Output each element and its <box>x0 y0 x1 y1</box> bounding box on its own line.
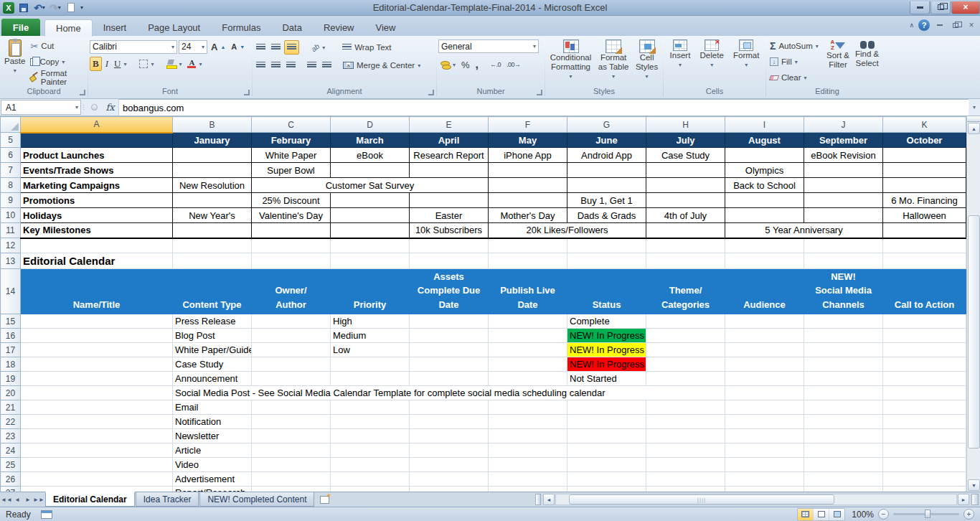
cell-C16[interactable] <box>252 329 331 343</box>
comma-style-button[interactable]: , <box>473 57 481 72</box>
horizontal-scrollbar-thumb[interactable]: |||| <box>569 494 834 504</box>
borders-button[interactable]: ▾ <box>137 57 156 71</box>
tab-data[interactable]: Data <box>271 19 312 36</box>
cell-G7[interactable] <box>567 163 646 178</box>
cell-K6[interactable] <box>883 148 966 163</box>
cell-E15[interactable] <box>410 314 489 329</box>
cell-I20[interactable] <box>725 386 804 400</box>
name-box-dropdown-arrow[interactable]: ▾ <box>75 104 78 111</box>
row-header-16[interactable]: 16 <box>1 329 21 343</box>
close-button[interactable]: × <box>951 1 980 14</box>
cell-D24[interactable] <box>331 443 410 458</box>
copy-button[interactable]: Copy▾ <box>28 55 86 69</box>
cell-J19[interactable] <box>804 372 883 386</box>
cell-D13[interactable] <box>331 253 410 269</box>
format-as-table-button[interactable]: Format as Table▾ <box>595 37 632 86</box>
row-header-6[interactable]: 6 <box>1 148 21 163</box>
cell-K19[interactable] <box>883 372 966 386</box>
increase-indent-button[interactable] <box>320 58 334 72</box>
cell-I16[interactable] <box>725 329 804 343</box>
bottom-align-button[interactable] <box>284 40 299 55</box>
row-header-27[interactable]: 27 <box>1 487 21 492</box>
cell-H23[interactable] <box>646 429 725 443</box>
cell-C21[interactable] <box>252 400 331 415</box>
cell-D6[interactable]: eBook <box>331 148 410 163</box>
cell-E23[interactable] <box>410 429 489 443</box>
row-header-23[interactable]: 23 <box>1 429 21 443</box>
cell-I17[interactable] <box>725 343 804 357</box>
cell-C6[interactable]: White Paper <box>252 148 331 163</box>
cell-C10[interactable]: Valentine's Day <box>252 208 331 223</box>
cell-G9[interactable]: Buy 1, Get 1 <box>567 193 646 208</box>
cell-E7[interactable] <box>410 163 489 178</box>
row-header-13[interactable]: 13 <box>1 253 21 269</box>
select-all-corner[interactable] <box>1 117 21 133</box>
cell-H9[interactable] <box>646 193 725 208</box>
cell-H13[interactable] <box>646 253 725 269</box>
cell-J25[interactable] <box>804 458 883 472</box>
cell-F14[interactable]: Publish Live Date <box>489 269 567 314</box>
cell-E17[interactable] <box>410 343 489 357</box>
minimize-button[interactable] <box>910 1 930 14</box>
sort-filter-button[interactable]: AZ Sort & Filter <box>824 37 852 86</box>
fill-button[interactable]: ↓Fill▾ <box>768 55 824 69</box>
cell-J18[interactable] <box>804 357 883 372</box>
cell-E5[interactable]: April <box>410 133 489 148</box>
macro-record-icon[interactable] <box>41 510 52 519</box>
cell-F19[interactable] <box>489 372 567 386</box>
cell-H24[interactable] <box>646 443 725 458</box>
cell-J26[interactable] <box>804 472 883 487</box>
cell-B11[interactable] <box>173 223 252 238</box>
cell-G13[interactable] <box>567 253 646 269</box>
cell-E26[interactable] <box>410 472 489 487</box>
cell-D18[interactable] <box>331 357 410 372</box>
cell-C26[interactable] <box>252 472 331 487</box>
cell-I25[interactable] <box>725 458 804 472</box>
sheet-tab-editorial-calendar[interactable]: Editorial Calendar <box>45 492 135 507</box>
cell-G24[interactable] <box>567 443 646 458</box>
format-cells-button[interactable]: Format▾ <box>730 37 762 86</box>
cell-B25[interactable]: Video <box>173 458 252 472</box>
col-header-F[interactable]: F <box>489 117 567 133</box>
cell-A27[interactable] <box>21 487 173 492</box>
percent-style-button[interactable]: % <box>459 57 472 72</box>
cell-D19[interactable] <box>331 372 410 386</box>
cell-I21[interactable] <box>725 400 804 415</box>
cell-G14[interactable]: Status <box>567 269 646 314</box>
cell-C13[interactable] <box>252 253 331 269</box>
cell-E25[interactable] <box>410 458 489 472</box>
undo-dropdown-arrow[interactable]: ▾ <box>42 4 45 11</box>
sheet-tab-completed-content[interactable]: NEW! Completed Content <box>199 492 314 507</box>
cell-E18[interactable] <box>410 357 489 372</box>
cell-B13[interactable] <box>173 253 252 269</box>
cell-A14[interactable]: Name/Title <box>21 269 173 314</box>
cell-B6[interactable] <box>173 148 252 163</box>
cell-B14[interactable]: Content Type <box>173 269 252 314</box>
cell-C12[interactable] <box>252 238 331 253</box>
cell-G18[interactable]: NEW! In Progress <box>567 357 646 372</box>
cell-I26[interactable] <box>725 472 804 487</box>
cell-J16[interactable] <box>804 329 883 343</box>
wrap-text-button[interactable]: Wrap Text <box>340 40 393 55</box>
cell-J5[interactable]: September <box>804 133 883 148</box>
tab-page-layout[interactable]: Page Layout <box>137 19 211 36</box>
cell-F26[interactable] <box>489 472 567 487</box>
page-break-view-button[interactable] <box>829 509 844 520</box>
cell-G5[interactable]: June <box>567 133 646 148</box>
cell-I11[interactable]: 5 Year Anniversary <box>725 223 883 238</box>
tab-split-handle[interactable] <box>535 494 541 505</box>
cell-B5[interactable]: January <box>173 133 252 148</box>
cell-J24[interactable] <box>804 443 883 458</box>
save-button[interactable] <box>17 1 30 14</box>
cell-A23[interactable] <box>21 429 173 443</box>
cell-A26[interactable] <box>21 472 173 487</box>
cell-A18[interactable] <box>21 357 173 372</box>
col-header-H[interactable]: H <box>646 117 725 133</box>
cell-F25[interactable] <box>489 458 567 472</box>
cell-K11[interactable] <box>883 223 966 238</box>
find-select-button[interactable]: Find & Select <box>852 37 882 86</box>
cell-J15[interactable] <box>804 314 883 329</box>
cell-J23[interactable] <box>804 429 883 443</box>
cell-I24[interactable] <box>725 443 804 458</box>
cell-B24[interactable]: Article <box>173 443 252 458</box>
